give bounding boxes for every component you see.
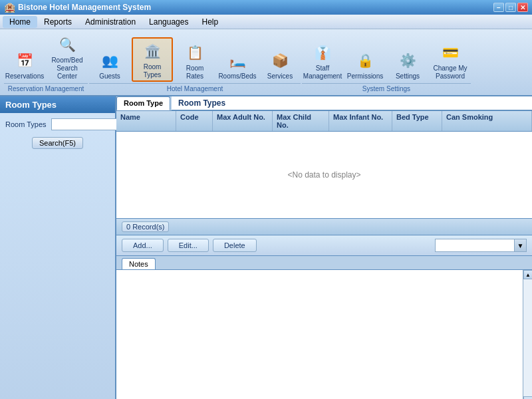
toolbar-rooms-beds[interactable]: 🛏️ Rooms/Beds bbox=[217, 48, 258, 82]
menu-administration[interactable]: Administration bbox=[78, 16, 142, 28]
col-max-adult: Max Adult No. bbox=[213, 111, 273, 131]
dropdown-combo: ▼ bbox=[435, 239, 527, 252]
toolbar: 📅 Reservations 🔍 Room/BedSearch Center R… bbox=[0, 29, 532, 96]
group-label-system: System Settings bbox=[302, 83, 471, 92]
toolbar-roombed-search[interactable]: 🔍 Room/BedSearch Center bbox=[47, 32, 88, 82]
permissions-icon: 🔒 bbox=[354, 50, 376, 71]
tab-bar: Room Type Room Types bbox=[116, 96, 532, 111]
col-name: Name bbox=[116, 111, 176, 131]
scroll-down-arrow[interactable]: ▼ bbox=[523, 396, 532, 399]
delete-button[interactable]: Delete bbox=[213, 239, 257, 252]
room-types-icon: 🏛️ bbox=[142, 41, 163, 62]
left-panel: Room Types Room Types Search(F5) Room Ty… bbox=[0, 96, 116, 399]
add-button[interactable]: Add... bbox=[122, 239, 164, 252]
room-rates-icon: 📋 bbox=[184, 42, 205, 63]
group-label-hotel: Hotel Management bbox=[89, 83, 301, 92]
combo-input[interactable] bbox=[435, 239, 515, 252]
search-button[interactable]: Search(F5) bbox=[32, 137, 83, 149]
records-badge: 0 Record(s) bbox=[122, 221, 169, 232]
guests-icon: 👥 bbox=[99, 50, 120, 71]
grid-container: Name Code Max Adult No. Max Child No. Ma… bbox=[116, 111, 532, 218]
toolbar-settings[interactable]: ⚙️ Settings bbox=[387, 48, 428, 82]
notes-scrollbar[interactable]: ▲ ▼ bbox=[523, 270, 532, 399]
notes-section: Notes ▲ ▼ Edit... bbox=[116, 256, 532, 399]
col-max-child: Max Child No. bbox=[273, 111, 329, 131]
tab-title: Room Types bbox=[172, 96, 532, 110]
titlebar: 🏨 Bistone Hotel Management System − □ ✕ bbox=[0, 0, 532, 15]
col-can-smoking: Can Smoking bbox=[442, 111, 532, 131]
toolbar-change-password[interactable]: 💳 Change MyPassword bbox=[430, 40, 471, 82]
maximize-button[interactable]: □ bbox=[505, 3, 516, 12]
toolbar-staff[interactable]: 👔 StaffManagement bbox=[302, 40, 343, 82]
notes-body: ▲ ▼ bbox=[116, 270, 532, 399]
services-icon: 📦 bbox=[269, 50, 291, 71]
toolbar-room-types[interactable]: 🏛️ RoomTypes bbox=[132, 37, 173, 82]
notes-textarea[interactable] bbox=[116, 270, 532, 399]
staff-icon: 👔 bbox=[312, 42, 333, 63]
col-max-infant: Max Infant No. bbox=[329, 111, 392, 131]
edit-button[interactable]: Edit... bbox=[168, 239, 209, 252]
room-types-label: Room Types bbox=[5, 120, 49, 128]
app-title: Bistone Hotel Management System bbox=[18, 3, 151, 12]
app-icon: 🏨 bbox=[4, 2, 15, 13]
grid-body: <No data to display> bbox=[116, 132, 532, 218]
toolbar-guests[interactable]: 👥 Guests bbox=[89, 48, 130, 82]
toolbar-reservations[interactable]: 📅 Reservations bbox=[4, 48, 45, 82]
no-data-message: <No data to display> bbox=[287, 170, 360, 180]
window-controls: − □ ✕ bbox=[493, 3, 528, 12]
col-code: Code bbox=[176, 111, 213, 131]
notes-tab-bar: Notes bbox=[116, 256, 532, 270]
change-password-icon: 💳 bbox=[440, 42, 461, 63]
action-bar: Add... Edit... Delete ▼ bbox=[116, 235, 532, 256]
col-bed-type: Bed Type bbox=[392, 111, 442, 131]
menu-reports[interactable]: Reports bbox=[37, 16, 78, 28]
main-content: Room Types Room Types Search(F5) Room Ty… bbox=[0, 96, 532, 399]
menubar: Home Reports Administration Languages He… bbox=[0, 15, 532, 29]
menu-home[interactable]: Home bbox=[3, 16, 37, 28]
toolbar-services[interactable]: 📦 Services bbox=[259, 48, 301, 82]
toolbar-group-system: 👔 StaffManagement 🔒 Permissions ⚙️ Setti… bbox=[302, 40, 471, 92]
toolbar-room-rates[interactable]: 📋 RoomRates bbox=[174, 40, 215, 82]
scroll-track bbox=[523, 279, 532, 396]
menu-help[interactable]: Help bbox=[195, 16, 225, 28]
status-bar: 0 Record(s) bbox=[116, 218, 532, 235]
grid-header: Name Code Max Adult No. Max Child No. Ma… bbox=[116, 111, 532, 132]
roombed-search-icon: 🔍 bbox=[57, 34, 78, 55]
toolbar-group-hotel: 👥 Guests 🏛️ RoomTypes 📋 RoomRates 🛏️ Roo… bbox=[89, 37, 301, 92]
room-types-field-row: Room Types bbox=[5, 118, 110, 130]
scroll-up-arrow[interactable]: ▲ bbox=[523, 270, 532, 279]
reservations-icon: 📅 bbox=[14, 50, 35, 71]
right-panel: Room Type Room Types Name Code Max Adult… bbox=[116, 96, 532, 399]
combo-arrow[interactable]: ▼ bbox=[515, 239, 527, 252]
menu-languages[interactable]: Languages bbox=[142, 16, 195, 28]
group-label-reservation: Reservation Management bbox=[4, 83, 88, 92]
rooms-beds-icon: 🛏️ bbox=[227, 50, 248, 71]
notes-tab[interactable]: Notes bbox=[122, 258, 156, 269]
tab-room-types[interactable]: Room Type bbox=[116, 96, 170, 110]
minimize-button[interactable]: − bbox=[493, 3, 504, 12]
toolbar-permissions[interactable]: 🔒 Permissions bbox=[344, 48, 386, 82]
toolbar-group-reservation: 📅 Reservations 🔍 Room/BedSearch Center R… bbox=[4, 32, 88, 92]
close-button[interactable]: ✕ bbox=[517, 3, 528, 12]
left-panel-title: Room Types bbox=[0, 96, 115, 113]
left-panel-content: Room Types Search(F5) bbox=[0, 113, 115, 399]
settings-icon: ⚙️ bbox=[397, 50, 418, 71]
